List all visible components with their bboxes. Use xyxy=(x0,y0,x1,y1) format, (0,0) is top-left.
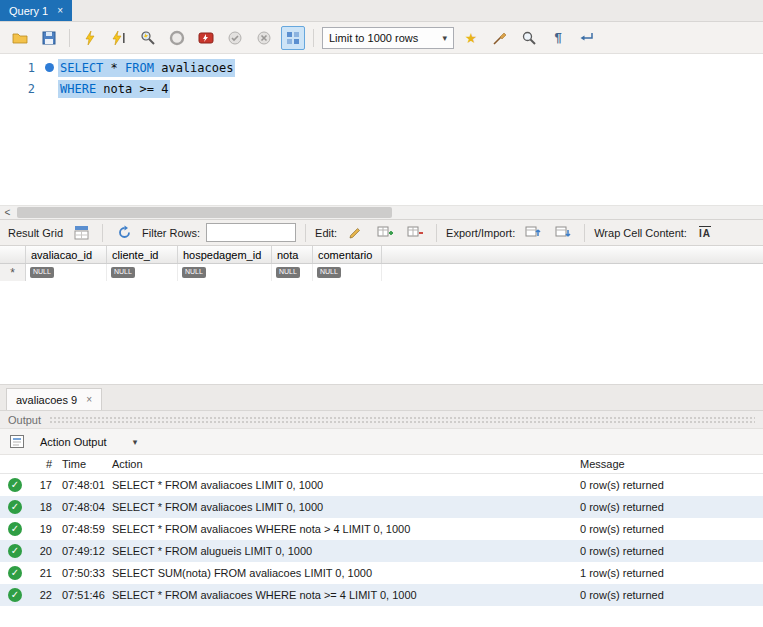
mysql-workbench-window: Query 1 × xyxy=(0,0,763,627)
grid-cell[interactable]: NULL xyxy=(26,264,107,281)
result-grid-label: Result Grid xyxy=(8,227,63,239)
sql-editor[interactable]: 1SELECT * FROM avaliacoes2WHERE nota >= … xyxy=(0,54,763,205)
row-number: 17 xyxy=(30,479,56,491)
grid-cell[interactable]: NULL xyxy=(178,264,272,281)
column-header[interactable]: hospedagem_id xyxy=(178,246,272,263)
new-row-marker: * xyxy=(0,264,26,281)
result-tab-bar: avaliacoes 9 × xyxy=(0,385,763,411)
status-cell: ✓ xyxy=(0,478,30,492)
editor-lines: 1SELECT * FROM avaliacoes2WHERE nota >= … xyxy=(0,57,763,99)
row-number: 19 xyxy=(30,523,56,535)
column-header[interactable]: avaliacao_id xyxy=(26,246,107,263)
row-action: SELECT * FROM avaliacoes LIMIT 0, 1000 xyxy=(104,479,572,491)
find-button[interactable] xyxy=(517,26,541,50)
grid-cell[interactable]: NULL xyxy=(313,264,382,281)
section-grip-texture xyxy=(49,416,755,424)
chevron-down-icon: ▾ xyxy=(133,437,138,447)
toolbar-separator xyxy=(313,29,314,47)
toggle-invisibles-button[interactable]: ¶ xyxy=(546,26,570,50)
column-header[interactable]: cliente_id xyxy=(107,246,178,263)
stop-button[interactable] xyxy=(165,26,189,50)
success-check-icon: ✓ xyxy=(8,588,22,602)
close-icon[interactable]: × xyxy=(86,394,92,405)
status-cell: ✓ xyxy=(0,544,30,558)
editor-horizontal-scrollbar[interactable]: < xyxy=(0,205,763,219)
wrap-cell-content-label: Wrap Cell Content: xyxy=(594,227,687,239)
output-row[interactable]: ✓2107:50:33SELECT SUM(nota) FROM avaliac… xyxy=(0,562,763,584)
toggle-word-wrap-button[interactable] xyxy=(575,26,599,50)
refresh-button[interactable] xyxy=(112,221,136,245)
output-row[interactable]: ✓1807:48:04SELECT * FROM avaliacoes LIMI… xyxy=(0,496,763,518)
grid-cell[interactable]: NULL xyxy=(272,264,313,281)
broom-icon xyxy=(492,30,508,46)
row-message: 0 row(s) returned xyxy=(572,479,763,491)
open-file-button[interactable] xyxy=(8,26,32,50)
rollback-x-icon xyxy=(256,30,272,46)
close-icon[interactable]: × xyxy=(57,5,63,16)
add-row-button[interactable] xyxy=(373,221,397,245)
toolbar-separator xyxy=(69,29,70,47)
magnifier-lightning-icon xyxy=(140,30,156,46)
null-value-badge: NULL xyxy=(317,267,341,277)
result-grid-view-button[interactable] xyxy=(69,221,93,245)
rollback-button[interactable] xyxy=(252,26,276,50)
import-button[interactable] xyxy=(551,221,575,245)
tab-avaliacoes-result[interactable]: avaliacoes 9 × xyxy=(6,388,102,410)
statement-marker xyxy=(40,63,58,72)
limit-rows-dropdown[interactable]: Limit to 1000 rows ▾ xyxy=(322,27,454,49)
export-button[interactable] xyxy=(521,221,545,245)
execute-script-button[interactable] xyxy=(78,26,102,50)
code-line[interactable]: WHERE nota >= 4 xyxy=(58,80,170,98)
row-number: 20 xyxy=(30,545,56,557)
toggle-autocommit-button[interactable] xyxy=(281,26,305,50)
column-header[interactable]: comentario xyxy=(313,246,382,263)
result-grid[interactable]: avaliacao_idcliente_idhospedagem_idnotac… xyxy=(0,246,763,385)
beautify-button[interactable]: ★ xyxy=(459,26,483,50)
sql-token: avaliacoes xyxy=(154,61,233,75)
pilcrow-icon: ¶ xyxy=(554,31,561,44)
commit-button[interactable] xyxy=(223,26,247,50)
tab-query-1[interactable]: Query 1 × xyxy=(0,0,72,21)
row-time: 07:48:04 xyxy=(56,501,104,513)
status-cell: ✓ xyxy=(0,500,30,514)
result-tab-label: avaliacoes 9 xyxy=(16,394,77,406)
delete-row-button[interactable] xyxy=(403,221,427,245)
status-cell: ✓ xyxy=(0,522,30,536)
null-value-badge: NULL xyxy=(276,267,300,277)
filter-rows-input[interactable] xyxy=(206,223,296,242)
output-row[interactable]: ✓1907:48:59SELECT * FROM avaliacoes WHER… xyxy=(0,518,763,540)
folder-open-icon xyxy=(12,30,28,46)
tab-label: Query 1 xyxy=(9,5,48,17)
edit-record-button[interactable] xyxy=(343,221,367,245)
result-grid-toolbar: Result Grid Filter Rows: Edit: Export/Im… xyxy=(0,219,763,246)
explain-button[interactable] xyxy=(136,26,160,50)
column-header[interactable]: nota xyxy=(272,246,313,263)
editor-line[interactable]: 2WHERE nota >= 4 xyxy=(0,78,763,99)
code-line[interactable]: SELECT * FROM avaliacoes xyxy=(58,59,235,77)
null-value-badge: NULL xyxy=(30,267,54,277)
cleanup-button[interactable] xyxy=(488,26,512,50)
autocommit-grid-icon xyxy=(285,30,301,46)
result-grid-row[interactable]: *NULLNULLNULLNULLNULL xyxy=(0,264,763,281)
row-message: 0 row(s) returned xyxy=(572,501,763,513)
output-row[interactable]: ✓2007:49:12SELECT * FROM alugueis LIMIT … xyxy=(0,540,763,562)
output-row[interactable]: ✓1707:48:01SELECT * FROM avaliacoes LIMI… xyxy=(0,474,763,496)
output-row[interactable]: ✓2207:51:46SELECT * FROM avaliacoes WHER… xyxy=(0,584,763,606)
toggle-stop-on-error-button[interactable] xyxy=(194,26,218,50)
editor-line[interactable]: 1SELECT * FROM avaliacoes xyxy=(0,57,763,78)
row-action: SELECT * FROM avaliacoes LIMIT 0, 1000 xyxy=(104,501,572,513)
execute-statement-button[interactable] xyxy=(107,26,131,50)
result-grid-header: avaliacao_idcliente_idhospedagem_idnotac… xyxy=(0,246,763,264)
row-action: SELECT * FROM avaliacoes WHERE nota > 4 … xyxy=(104,523,572,535)
wrap-cell-content-button[interactable]: IA xyxy=(693,221,717,245)
output-view-dropdown[interactable]: Action Output ▾ xyxy=(34,434,143,450)
success-check-icon: ✓ xyxy=(8,544,22,558)
scroll-left-icon[interactable]: < xyxy=(0,206,15,220)
status-cell: ✓ xyxy=(0,566,30,580)
grid-cell[interactable]: NULL xyxy=(107,264,178,281)
scrollbar-thumb[interactable] xyxy=(17,207,392,218)
row-time: 07:48:59 xyxy=(56,523,104,535)
filter-rows-label: Filter Rows: xyxy=(142,227,200,239)
scrollbar-track[interactable] xyxy=(15,206,763,219)
save-button[interactable] xyxy=(37,26,61,50)
